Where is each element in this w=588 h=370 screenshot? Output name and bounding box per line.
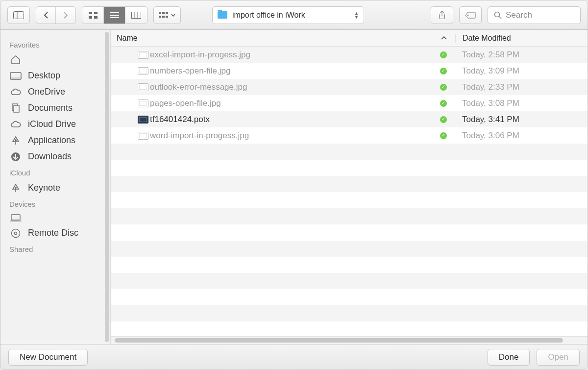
file-date: Today, 3:09 PM — [455, 66, 588, 76]
file-name: pages-open-file.jpg — [150, 99, 432, 108]
sidebar-item[interactable]: Remote Disc — [0, 225, 110, 241]
column-date[interactable]: Date Modified — [455, 34, 588, 43]
sidebar-item[interactable]: Desktop — [0, 68, 110, 84]
svg-point-35 — [15, 232, 17, 234]
desktop-icon — [9, 72, 22, 80]
view-column-button[interactable] — [125, 7, 147, 24]
file-icon — [136, 99, 150, 107]
empty-row — [111, 144, 588, 160]
sidebar-item[interactable] — [0, 52, 110, 68]
file-row[interactable]: numbers-open-file.jpg✓Today, 3:09 PM — [111, 63, 588, 79]
column-name[interactable]: Name — [111, 34, 433, 43]
sidebar-item-label: Remote Disc — [28, 228, 78, 238]
share-button[interactable] — [431, 6, 453, 24]
file-name: word-import-in-progess.jpg — [150, 131, 432, 141]
empty-row — [111, 305, 588, 321]
svg-rect-17 — [166, 16, 168, 18]
svg-rect-12 — [159, 12, 161, 14]
svg-rect-24 — [10, 77, 21, 79]
laptop-icon — [9, 214, 22, 222]
horizontal-scrollbar[interactable] — [111, 336, 588, 344]
svg-rect-0 — [14, 11, 24, 19]
file-date: Today, 2:58 PM — [455, 50, 588, 60]
sync-status-icon: ✓ — [432, 68, 455, 74]
open-button[interactable]: Open — [537, 349, 580, 366]
sidebar-item[interactable] — [0, 211, 110, 225]
file-icon — [136, 51, 150, 59]
sidebar-section-title: Favorites — [0, 37, 110, 52]
sort-indicator[interactable] — [433, 36, 455, 40]
sidebar-item[interactable]: Documents — [0, 100, 110, 116]
sync-status-icon: ✓ — [432, 116, 455, 123]
sidebar-item-label: OneDrive — [28, 87, 65, 97]
file-icon — [136, 83, 150, 91]
body: FavoritesDesktopOneDriveDocumentsiCloud … — [0, 30, 588, 344]
sidebar-scrollbar[interactable] — [105, 32, 109, 342]
sidebar-section-title: Shared — [0, 241, 110, 256]
file-rows: excel-import-in-progess.jpg✓Today, 2:58 … — [111, 47, 588, 336]
sync-status-icon: ✓ — [432, 132, 455, 139]
svg-rect-26 — [14, 105, 19, 112]
svg-rect-32 — [11, 215, 20, 220]
folder-icon — [218, 11, 227, 19]
sidebar-item[interactable]: Keynote — [0, 180, 110, 196]
toolbar: import office in iWork ▲▼ Search — [0, 0, 588, 30]
sync-status-icon: ✓ — [432, 51, 455, 58]
footer: New Document Done Open — [0, 344, 588, 370]
svg-point-34 — [12, 229, 20, 237]
back-button[interactable] — [36, 7, 56, 24]
sidebar-item[interactable]: OneDrive — [0, 84, 110, 100]
new-document-button[interactable]: New Document — [8, 349, 88, 366]
sidebar-item-label: iCloud Drive — [28, 119, 76, 129]
group-by-button[interactable] — [153, 6, 181, 24]
sidebar-toggle-button[interactable] — [7, 6, 30, 24]
svg-rect-2 — [89, 12, 92, 14]
empty-row — [111, 241, 588, 257]
file-pane: Name Date Modified excel-import-in-proge… — [111, 30, 588, 344]
forward-button[interactable] — [56, 7, 75, 24]
sidebar-item[interactable]: Applications — [0, 132, 110, 148]
empty-row — [111, 257, 588, 273]
file-icon — [136, 67, 150, 75]
done-button[interactable]: Done — [488, 349, 530, 366]
svg-rect-4 — [89, 16, 92, 19]
file-row[interactable]: outlook-error-message.jpg✓Today, 2:33 PM — [111, 79, 588, 95]
svg-point-21 — [495, 12, 500, 17]
tags-button[interactable] — [459, 6, 482, 24]
documents-icon — [9, 103, 22, 113]
file-name: numbers-open-file.jpg — [150, 66, 432, 76]
svg-line-22 — [499, 16, 502, 19]
view-list-button[interactable] — [104, 7, 125, 24]
view-icon-button[interactable] — [82, 7, 104, 24]
empty-row — [111, 321, 588, 336]
apps-icon — [9, 183, 22, 193]
svg-rect-14 — [166, 12, 168, 14]
cloud-icon — [9, 121, 22, 128]
search-field[interactable]: Search — [488, 6, 581, 24]
file-row[interactable]: word-import-in-progess.jpg✓Today, 3:06 P… — [111, 127, 588, 144]
path-label: import office in iWork — [232, 11, 305, 20]
file-row[interactable]: tf16401424.potx✓Today, 3:41 PM — [111, 111, 588, 127]
sidebar: FavoritesDesktopOneDriveDocumentsiCloud … — [0, 30, 111, 344]
empty-row — [111, 192, 588, 208]
sidebar-item[interactable]: Downloads — [0, 148, 110, 165]
file-date: Today, 2:33 PM — [455, 82, 588, 92]
sidebar-section-title: iCloud — [0, 165, 110, 180]
search-placeholder: Search — [506, 10, 532, 20]
sidebar-item-label: Keynote — [28, 183, 60, 193]
nav-back-forward — [36, 6, 76, 24]
sidebar-section-title: Devices — [0, 196, 110, 211]
file-row[interactable]: pages-open-file.jpg✓Today, 3:08 PM — [111, 95, 588, 111]
file-row[interactable]: excel-import-in-progess.jpg✓Today, 2:58 … — [111, 47, 588, 63]
svg-rect-16 — [162, 16, 165, 18]
view-mode-segment — [82, 6, 147, 24]
sidebar-item[interactable]: iCloud Drive — [0, 116, 110, 132]
sync-status-icon: ✓ — [432, 84, 455, 91]
empty-row — [111, 176, 588, 192]
sidebar-item-label: Desktop — [28, 71, 60, 81]
search-icon — [494, 11, 502, 19]
empty-row — [111, 224, 588, 241]
empty-row — [111, 208, 588, 224]
path-popup[interactable]: import office in iWork ▲▼ — [212, 6, 364, 24]
chevron-down-icon — [171, 14, 175, 17]
